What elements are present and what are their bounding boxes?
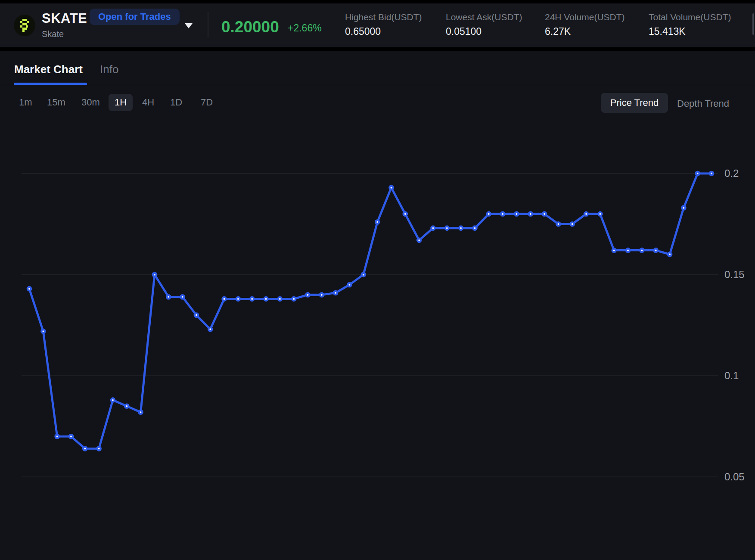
token-symbol: SKATE	[42, 11, 87, 26]
chevron-down-icon[interactable]	[185, 23, 193, 28]
svg-text:0.15: 0.15	[724, 269, 745, 280]
last-price: 0.20000	[221, 18, 279, 36]
skate-market-page: SKATE Open for Trades Skate 0.20000 +2.6…	[0, 0, 755, 560]
stat-value: 0.65000	[345, 26, 381, 37]
stat-value: 6.27K	[545, 26, 571, 37]
token-header: SKATE Open for Trades Skate 0.20000 +2.6…	[0, 3, 755, 47]
stat-value: 15.413K	[649, 26, 686, 37]
scrollbar-thumb[interactable]	[752, 13, 754, 35]
token-name: Skate	[42, 29, 64, 39]
stat-label: Total Volume(USDT)	[649, 12, 731, 22]
header-divider	[208, 12, 208, 37]
status-badge: Open for Trades	[90, 9, 180, 25]
price-line-chart[interactable]: 0.20.150.10.05	[0, 51, 755, 560]
skate-logo-icon	[14, 15, 35, 36]
market-chart-panel: Market Chart Info 1m 15m 30m 1H 4H 1D 7D…	[0, 51, 755, 560]
svg-text:0.05: 0.05	[724, 471, 745, 483]
price-change-percent: +2.66%	[288, 22, 322, 34]
svg-text:0.2: 0.2	[724, 167, 739, 179]
stat-label: Highest Bid(USDT)	[345, 12, 422, 22]
stat-label: Lowest Ask(USDT)	[446, 12, 522, 22]
svg-text:0.1: 0.1	[724, 370, 739, 381]
stat-label: 24H Volume(USDT)	[545, 12, 625, 22]
stat-value: 0.05100	[446, 26, 482, 37]
